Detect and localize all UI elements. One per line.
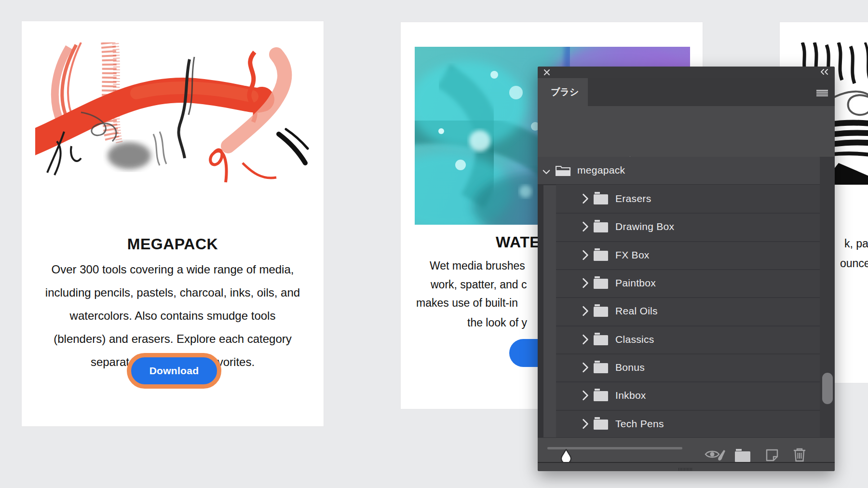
chevron-right-icon[interactable] xyxy=(582,419,589,429)
tree-row-inkbox[interactable]: Inkbox xyxy=(556,381,820,409)
panel-size-area: サイズ : xyxy=(538,106,835,157)
scrollbar-thumb[interactable] xyxy=(822,373,833,404)
megapack-desc-line: including pencils, pastels, charcoal, in… xyxy=(22,286,324,299)
tree-row-label: Real Oils xyxy=(615,305,658,317)
chevron-right-icon[interactable] xyxy=(582,250,589,260)
tree-row-tech-pens[interactable]: Tech Pens xyxy=(556,410,820,437)
panel-tab-bar: ブラシ xyxy=(538,78,835,106)
card-title-megapack: MEGAPACK xyxy=(22,235,324,253)
chevron-right-icon[interactable] xyxy=(582,278,589,288)
brush-panel: ブラシ サイズ : xyxy=(538,67,835,471)
tree-row-fx-box[interactable]: FX Box xyxy=(556,241,820,269)
folder-icon xyxy=(593,389,609,401)
panel-bottom-toolbar xyxy=(538,437,835,462)
trash-icon[interactable] xyxy=(793,448,806,462)
tree-row-label: FX Box xyxy=(615,249,650,261)
megapack-desc-line: watercolors. Also contains smudge tools xyxy=(22,309,324,323)
tree-row-classics[interactable]: Classics xyxy=(556,325,820,353)
divider xyxy=(556,325,820,326)
tree-row-label: Erasers xyxy=(615,193,651,204)
collapse-panel-icon[interactable] xyxy=(820,68,828,75)
chevron-down-icon[interactable] xyxy=(542,167,550,177)
chevron-right-icon[interactable] xyxy=(582,334,589,345)
tree-row-real-oils[interactable]: Real Oils xyxy=(556,297,820,325)
new-group-folder-icon[interactable] xyxy=(735,448,750,462)
tab-brushes-label: ブラシ xyxy=(551,86,579,98)
tree-row-label: Paintbox xyxy=(615,277,656,289)
divider xyxy=(556,269,820,270)
tree-indent-edge xyxy=(538,185,543,437)
folder-icon xyxy=(593,361,609,373)
tree-row-label: Classics xyxy=(615,334,654,345)
megapack-desc-line: (blenders) and erasers. Explore each cat… xyxy=(22,332,324,346)
panel-menu-icon[interactable] xyxy=(816,90,828,96)
tree-row-erasers[interactable]: Erasers xyxy=(556,185,820,213)
new-brush-icon[interactable] xyxy=(766,449,778,461)
close-icon[interactable] xyxy=(543,68,551,76)
tree-row-bonus[interactable]: Bonus xyxy=(556,353,820,381)
tree-row-label: Inkbox xyxy=(615,390,646,401)
divider xyxy=(556,213,820,214)
panel-resize-bar[interactable] xyxy=(538,462,835,471)
chevron-right-icon[interactable] xyxy=(582,193,589,204)
tree-row-label: Tech Pens xyxy=(615,418,664,430)
watercolor-desc-line: the look of y xyxy=(467,316,527,329)
right-card-desc-line: ounce xyxy=(840,257,868,270)
tree-row-drawing-box[interactable]: Drawing Box xyxy=(556,213,820,241)
folder-icon xyxy=(593,248,609,261)
folder-open-icon xyxy=(556,164,571,176)
tree-row-label: Bonus xyxy=(615,362,645,373)
divider xyxy=(556,381,820,382)
divider xyxy=(556,353,820,354)
chevron-right-icon[interactable] xyxy=(582,390,589,401)
watercolor-desc-line: work, spatter, and c xyxy=(431,278,527,291)
download-button-megapack[interactable]: Download xyxy=(127,353,221,389)
eye-brush-icon[interactable] xyxy=(705,449,726,461)
panel-header xyxy=(538,67,835,78)
tree-row-paintbox[interactable]: Paintbox xyxy=(556,269,820,297)
folder-icon xyxy=(593,304,609,317)
right-card-desc-line: k, past xyxy=(844,237,868,250)
chevron-right-icon[interactable] xyxy=(582,362,589,373)
card-megapack: MEGAPACK Over 300 tools covering a wide … xyxy=(21,21,324,427)
tree-row-megapack[interactable]: megapack xyxy=(538,157,835,184)
resize-grip-icon[interactable] xyxy=(678,468,693,471)
chevron-right-icon[interactable] xyxy=(582,221,589,232)
folder-icon xyxy=(593,192,609,204)
watercolor-desc-line: Wet media brushes xyxy=(430,259,525,272)
teardrop-handle[interactable] xyxy=(560,449,572,462)
divider xyxy=(556,410,820,411)
divider xyxy=(556,297,820,298)
megapack-desc-line: Over 300 tools covering a wide range of … xyxy=(22,263,324,276)
folder-icon xyxy=(593,417,609,430)
divider xyxy=(556,241,820,242)
folder-icon xyxy=(593,276,609,289)
download-button-label: Download xyxy=(149,365,199,377)
tree-row-label: Drawing Box xyxy=(615,221,674,232)
watercolor-desc-line: makes use of built-in xyxy=(416,297,518,310)
chevron-right-icon[interactable] xyxy=(582,306,589,316)
folder-icon xyxy=(593,220,609,232)
folder-icon xyxy=(593,333,609,345)
tab-brushes[interactable]: ブラシ xyxy=(538,78,588,106)
card-title-watercolor: WATE xyxy=(496,233,540,251)
tree-row-label: megapack xyxy=(577,164,625,176)
page: MEGAPACK Over 300 tools covering a wide … xyxy=(0,0,868,488)
megapack-artwork xyxy=(35,42,309,185)
brush-group-list: megapack Erasers Drawing Box FX B xyxy=(538,157,835,437)
